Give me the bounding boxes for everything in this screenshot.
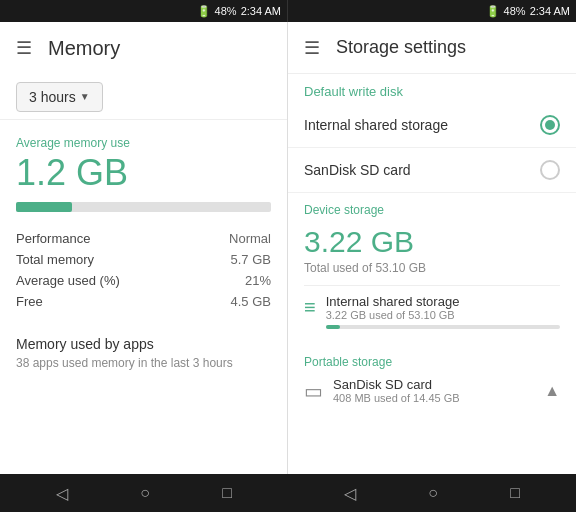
internal-storage-label: Internal shared storage <box>304 117 448 133</box>
hamburger-icon[interactable]: ☰ <box>16 37 32 59</box>
back-icon-right[interactable]: ◁ <box>344 484 356 503</box>
left-header: ☰ Memory <box>0 22 287 74</box>
default-write-disk-label: Default write disk <box>288 74 576 103</box>
nav-left: ◁ ○ □ <box>0 474 288 512</box>
sd-card-icon: ▭ <box>304 379 323 403</box>
battery-icon-left: 🔋 <box>197 5 211 18</box>
recent-icon-right[interactable]: □ <box>510 484 520 502</box>
stat-row-avg-used: Average used (%) 21% <box>16 270 271 291</box>
time-right: 2:34 AM <box>530 5 570 17</box>
stat-value-free: 4.5 GB <box>231 294 271 309</box>
eject-icon[interactable]: ▲ <box>544 382 560 400</box>
apps-section: Memory used by apps 38 apps used memory … <box>16 332 271 370</box>
stat-label-performance: Performance <box>16 231 90 246</box>
radio-internal[interactable] <box>540 115 560 135</box>
time-dropdown[interactable]: 3 hours ▼ <box>16 82 103 112</box>
time-selector: 3 hours ▼ <box>0 74 287 120</box>
memory-bar <box>16 202 271 212</box>
stats-table: Performance Normal Total memory 5.7 GB A… <box>16 228 271 312</box>
portable-section: Portable storage ▭ SanDisk SD card 408 M… <box>288 347 576 412</box>
battery-left: 48% <box>215 5 237 17</box>
left-panel: ☰ Memory 3 hours ▼ Average memory use 1.… <box>0 22 288 474</box>
stat-row-free: Free 4.5 GB <box>16 291 271 312</box>
internal-progress-fill <box>326 325 340 329</box>
portable-label: Portable storage <box>304 355 560 369</box>
sd-card-item: ▭ SanDisk SD card 408 MB used of 14.45 G… <box>304 377 560 404</box>
device-storage-total: Total used of 53.10 GB <box>304 261 560 275</box>
main-content: ☰ Memory 3 hours ▼ Average memory use 1.… <box>0 22 576 474</box>
battery-icon-right: 🔋 <box>486 5 500 18</box>
stat-label-total: Total memory <box>16 252 94 267</box>
stat-row-total: Total memory 5.7 GB <box>16 249 271 270</box>
stat-label-avg-used: Average used (%) <box>16 273 120 288</box>
radio-sdcard[interactable] <box>540 160 560 180</box>
right-panel: ☰ Storage settings Default write disk In… <box>288 22 576 474</box>
internal-storage-icon: ≡ <box>304 296 316 319</box>
internal-storage-item: ≡ Internal shared storage 3.22 GB used o… <box>304 285 560 337</box>
sd-card-used: 408 MB used of 14.45 GB <box>333 392 534 404</box>
memory-bar-fill <box>16 202 72 212</box>
stat-value-total: 5.7 GB <box>231 252 271 267</box>
storage-title: Storage settings <box>336 37 466 58</box>
sd-card-info: SanDisk SD card 408 MB used of 14.45 GB <box>333 377 534 404</box>
status-bar-right: 🔋 48% 2:34 AM <box>288 0 576 22</box>
internal-name: Internal shared storage <box>326 294 560 309</box>
status-bar-left: 🔋 48% 2:34 AM <box>0 0 288 22</box>
internal-progress-bar <box>326 325 560 329</box>
sd-card-name: SanDisk SD card <box>333 377 534 392</box>
stat-label-free: Free <box>16 294 43 309</box>
nav-right: ◁ ○ □ <box>288 474 576 512</box>
home-icon-left[interactable]: ○ <box>140 484 150 502</box>
device-storage-size: 3.22 GB <box>304 225 560 259</box>
back-icon-left[interactable]: ◁ <box>56 484 68 503</box>
hamburger-icon-right[interactable]: ☰ <box>304 37 320 59</box>
apps-subtitle: 38 apps used memory in the last 3 hours <box>16 356 271 370</box>
page-title: Memory <box>48 37 120 60</box>
memory-value: 1.2 GB <box>16 152 271 194</box>
memory-body: Average memory use 1.2 GB Performance No… <box>0 120 287 474</box>
apps-title: Memory used by apps <box>16 336 271 352</box>
time-label: 3 hours <box>29 89 76 105</box>
device-storage-label: Device storage <box>304 203 560 217</box>
home-icon-right[interactable]: ○ <box>428 484 438 502</box>
time-left: 2:34 AM <box>241 5 281 17</box>
internal-storage-info: Internal shared storage 3.22 GB used of … <box>326 294 560 329</box>
storage-body: Default write disk Internal shared stora… <box>288 74 576 474</box>
battery-right: 48% <box>504 5 526 17</box>
internal-used: 3.22 GB used of 53.10 GB <box>326 309 560 321</box>
stat-value-performance: Normal <box>229 231 271 246</box>
nav-bar: ◁ ○ □ ◁ ○ □ <box>0 474 576 512</box>
sdcard-label: SanDisk SD card <box>304 162 411 178</box>
recent-icon-left[interactable]: □ <box>222 484 232 502</box>
sdcard-option[interactable]: SanDisk SD card <box>288 148 576 193</box>
internal-storage-option[interactable]: Internal shared storage <box>288 103 576 148</box>
radio-dot-internal <box>545 120 555 130</box>
avg-memory-label: Average memory use <box>16 136 271 150</box>
right-header: ☰ Storage settings <box>288 22 576 74</box>
chevron-down-icon: ▼ <box>80 91 90 102</box>
stat-value-avg-used: 21% <box>245 273 271 288</box>
device-storage-section: Device storage 3.22 GB Total used of 53.… <box>288 193 576 347</box>
stat-row-performance: Performance Normal <box>16 228 271 249</box>
status-bar: 🔋 48% 2:34 AM 🔋 48% 2:34 AM <box>0 0 576 22</box>
